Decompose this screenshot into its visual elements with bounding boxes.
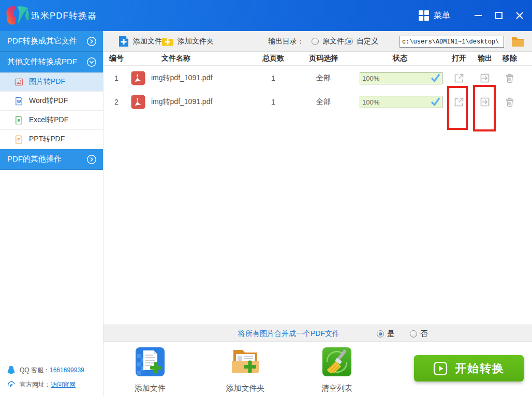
check-icon	[431, 74, 440, 82]
table-row: 1 img转pdf_1091.pdf 1 全部 100%	[104, 66, 532, 90]
table-header: 编号 文件名称 总页数 页码选择 状态 打开 输出 移除	[104, 52, 532, 66]
chevron-right-circle-icon	[86, 36, 97, 47]
qq-icon	[7, 365, 16, 375]
output-path-input[interactable]	[400, 36, 504, 48]
grid-menu-icon	[418, 10, 430, 21]
page-range: 全部	[303, 66, 344, 90]
merge-no-label[interactable]: 否	[420, 325, 427, 342]
sidebar-category-pdf-to-other[interactable]: PDF转换成其它文件	[0, 31, 103, 52]
merge-yes-label[interactable]: 是	[387, 325, 394, 342]
col-header-range: 页码选择	[303, 52, 344, 65]
radio-custom[interactable]	[346, 38, 353, 45]
browse-folder-icon[interactable]	[511, 36, 525, 47]
pdf-file-icon	[131, 71, 145, 85]
menu-label: 菜单	[434, 10, 450, 21]
col-header-name: 文件名称	[150, 52, 202, 65]
maximize-icon	[495, 12, 503, 19]
add-file-icon	[118, 36, 129, 47]
sidebar-category-other-to-pdf[interactable]: 其他文件转换成PDF	[0, 52, 103, 72]
titlebar: 迅米PDF转换器 菜单	[0, 0, 532, 31]
clear-list-big-button[interactable]: 清空列表	[306, 347, 368, 393]
pdf-file-icon	[131, 95, 145, 109]
contact-info: QQ 客服： 1661699939 e 官方网址： 访问官网	[0, 363, 104, 392]
add-folder-big-icon	[230, 347, 260, 377]
col-header-output: 输出	[472, 52, 498, 65]
main-panel: 添加文件 添加文件夹 输出目录： 原文件夹 自定义 编号 文件名称 总页数 页码…	[104, 31, 532, 396]
total-pages: 1	[253, 90, 294, 114]
sidebar-item-label: Excel转PDF	[29, 115, 68, 125]
output-dir-label: 输出目录：	[268, 31, 304, 52]
word-icon: W	[14, 97, 23, 106]
category-label: PDF转换成其它文件	[7, 36, 86, 46]
app-logo-icon	[5, 5, 29, 26]
add-file-label: 添加文件	[133, 37, 162, 46]
open-file-icon[interactable]	[453, 96, 465, 108]
menu-button[interactable]: 菜单	[418, 10, 450, 21]
add-folder-icon	[161, 36, 174, 47]
sidebar-item-word-to-pdf[interactable]: W Word转PDF	[0, 92, 103, 111]
radio-merge-yes[interactable]	[377, 330, 384, 338]
merge-option-bar: 将所有图片合并成一个PDF文件 是 否	[104, 325, 532, 342]
ppt-icon: P	[14, 135, 23, 144]
official-site-label: 官方网址：	[20, 380, 51, 389]
remove-trash-icon[interactable]	[504, 96, 516, 108]
close-button[interactable]	[509, 0, 530, 31]
open-output-icon[interactable]	[479, 96, 491, 108]
minimize-button[interactable]	[468, 0, 489, 31]
qq-number-link[interactable]: 1661699939	[50, 366, 84, 374]
total-pages: 1	[253, 66, 294, 90]
radio-merge-no[interactable]	[410, 330, 417, 338]
add-folder-big-label: 添加文件夹	[214, 384, 276, 393]
sidebar: PDF转换成其它文件 其他文件转换成PDF 图片转PDF W Word转PDF …	[0, 31, 104, 396]
toolbar: 添加文件 添加文件夹 输出目录： 原文件夹 自定义	[104, 31, 532, 52]
visit-site-link[interactable]: 访问官网	[51, 380, 76, 389]
add-folder-label: 添加文件夹	[178, 37, 214, 46]
progress-percent: 100%	[362, 96, 379, 108]
svg-text:P: P	[18, 137, 21, 142]
minimize-icon	[475, 12, 482, 19]
open-output-icon[interactable]	[479, 72, 491, 84]
check-icon	[431, 97, 440, 106]
col-header-remove: 移除	[497, 52, 523, 65]
progress-percent: 100%	[362, 72, 379, 84]
clear-list-big-icon	[322, 347, 352, 377]
add-file-big-icon	[135, 347, 165, 377]
radio-original-folder[interactable]	[312, 38, 319, 45]
sidebar-item-ppt-to-pdf[interactable]: P PPT转PDF	[0, 130, 103, 149]
add-folder-big-button[interactable]: 添加文件夹	[214, 347, 276, 393]
col-header-pages: 总页数	[253, 52, 294, 65]
sidebar-item-label: PPT转PDF	[29, 135, 65, 144]
merge-label: 将所有图片合并成一个PDF文件	[238, 325, 339, 342]
add-file-big-button[interactable]: 添加文件	[119, 347, 181, 393]
excel-icon: E	[14, 116, 23, 125]
col-header-no: 编号	[104, 52, 129, 65]
start-convert-button[interactable]: 开始转换	[414, 355, 524, 382]
start-convert-label: 开始转换	[455, 361, 505, 376]
sidebar-category-pdf-other-ops[interactable]: PDF的其他操作	[0, 149, 103, 170]
svg-text:E: E	[18, 118, 21, 123]
qq-service-label: QQ 客服：	[20, 366, 50, 375]
col-header-status: 状态	[379, 52, 421, 65]
progress-bar: 100%	[360, 96, 442, 108]
sidebar-item-image-to-pdf[interactable]: 图片转PDF	[0, 72, 103, 92]
col-header-open: 打开	[446, 52, 472, 65]
row-number: 1	[104, 66, 129, 90]
add-folder-button[interactable]: 添加文件夹	[161, 31, 214, 52]
add-file-button[interactable]: 添加文件	[118, 31, 162, 52]
image-icon	[14, 78, 23, 86]
sidebar-item-excel-to-pdf[interactable]: E Excel转PDF	[0, 111, 103, 130]
maximize-button[interactable]	[489, 0, 509, 31]
app-title: 迅米PDF转换器	[31, 10, 97, 22]
category-label: 其他文件转换成PDF	[7, 57, 86, 67]
radio-custom-label[interactable]: 自定义	[357, 31, 378, 52]
page-range: 全部	[303, 90, 344, 114]
browser-icon: e	[7, 380, 16, 389]
progress-bar: 100%	[360, 72, 442, 84]
category-label: PDF的其他操作	[7, 154, 86, 164]
bottom-action-bar: 添加文件 添加文件夹	[104, 342, 532, 396]
sidebar-item-label: 图片转PDF	[29, 77, 65, 86]
open-file-icon[interactable]	[453, 72, 465, 84]
table-row: 2 img转pdf_1091.pdf 1 全部 100%	[104, 90, 532, 114]
remove-trash-icon[interactable]	[504, 72, 516, 84]
svg-text:W: W	[17, 99, 21, 104]
